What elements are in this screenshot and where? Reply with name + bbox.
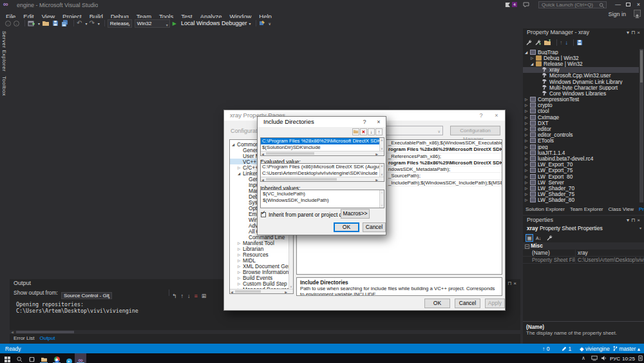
new-project-icon[interactable]: [28, 20, 35, 27]
property-manager-tree-item[interactable]: ▷LW_Shader_75: [523, 191, 639, 197]
property-manager-tree-item[interactable]: ▷ETools: [523, 138, 639, 144]
quick-launch-input[interactable]: Quick Launch (Ctrl+Q): [538, 1, 607, 8]
inc-close-icon[interactable]: ×: [373, 117, 384, 127]
tree-expander-icon[interactable]: ▷: [525, 162, 530, 166]
tree-expander-icon[interactable]: ▷: [238, 166, 243, 170]
bottom-tab-class-view[interactable]: Class View: [609, 206, 634, 212]
directory-list-item[interactable]: C:\Program Files %28x86%29\Microsoft Dir…: [261, 138, 379, 144]
property-manager-tree-item[interactable]: ▷Debug | Win32: [523, 55, 639, 61]
tree-expander-icon[interactable]: ◢: [525, 50, 530, 54]
move-line-down-icon[interactable]: ↓: [368, 128, 375, 135]
list-vscrollbar[interactable]: ∧∨: [379, 138, 384, 151]
tree-expander-icon[interactable]: ▷: [525, 192, 530, 196]
user-avatar-icon[interactable]: [634, 10, 641, 17]
add-new-property-sheet-icon[interactable]: [535, 39, 541, 46]
jump-to-message-icon[interactable]: ↰: [172, 293, 177, 299]
tree-expander-icon[interactable]: ◢: [238, 172, 243, 175]
property-manager-tree-item[interactable]: ▷LW_Shader_80: [523, 197, 639, 203]
tree-expander-icon[interactable]: ▷: [238, 241, 243, 245]
inherited-values-box[interactable]: $(VC_IncludePath)$(WindowsSDK_IncludePat…: [260, 190, 384, 208]
bottom-tab-output[interactable]: Output: [39, 335, 55, 341]
property-manager-tree-item[interactable]: ▷luabind.beta7-devel.rc4: [523, 155, 639, 161]
property-manager-tree-item[interactable]: Windows Dynamic Link Library: [523, 79, 639, 84]
property-manager-tree-item[interactable]: ▷luaJIT.1.1.4: [523, 150, 639, 155]
output-horizontal-scrollbar[interactable]: ◀: [10, 330, 520, 334]
visual-studio-taskbar-icon[interactable]: ∞: [75, 353, 86, 363]
property-manager-tree-item[interactable]: xray: [523, 67, 639, 73]
categorized-view-icon[interactable]: ▦: [526, 234, 533, 242]
property-manager-tree-item[interactable]: ◢Release | Win32: [523, 61, 639, 66]
git-edits[interactable]: 1: [562, 346, 571, 352]
properties-category-row[interactable]: − Misc: [523, 242, 644, 250]
telegram-icon[interactable]: ▸: [63, 353, 75, 363]
tree-expander-icon[interactable]: ▷: [525, 157, 530, 161]
git-repository[interactable]: ◆ viviengine: [580, 346, 610, 352]
properties-wrench-icon[interactable]: [526, 39, 532, 46]
property-row-sheet-file[interactable]: Property Sheet File C:\Users\Artem\Deskt…: [523, 257, 644, 264]
inc-cancel-button[interactable]: Cancel: [363, 222, 386, 232]
move-line-up-icon[interactable]: ↑: [375, 128, 383, 135]
sign-in-link[interactable]: Sign in: [608, 11, 626, 17]
feedback-icon[interactable]: [523, 2, 529, 8]
restore-button[interactable]: [624, 0, 632, 9]
tree-expander-icon[interactable]: ▷: [525, 145, 530, 149]
tree-expander-icon[interactable]: ▷: [525, 127, 530, 131]
property-manager-tree-item[interactable]: ▷crypto: [523, 103, 639, 108]
pp-cancel-button[interactable]: Cancel: [455, 299, 480, 308]
previous-message-icon[interactable]: ↑: [181, 293, 184, 299]
server-explorer-tab[interactable]: Server Explorer: [1, 31, 7, 72]
property-manager-tree-item[interactable]: ▷ctool: [523, 108, 639, 114]
bottom-tab-solution-explorer[interactable]: Solution Explorer: [526, 206, 565, 212]
pp-ok-button[interactable]: OK: [424, 299, 450, 308]
save-icon[interactable]: [52, 20, 59, 26]
redo-dropdown-icon[interactable]: ▾: [98, 21, 100, 26]
property-manager-tree-item[interactable]: Microsoft.Cpp.Win32.user: [523, 73, 639, 79]
toggle-word-wrap-icon[interactable]: ⊞: [202, 293, 207, 299]
start-button[interactable]: [1, 353, 13, 363]
bottom-tab-error-list[interactable]: Error List: [14, 335, 34, 341]
tree-expander-icon[interactable]: ▷: [238, 247, 243, 251]
property-manager-title[interactable]: Property Manager - xray ▾⊓×: [523, 28, 644, 37]
evaluated-value-box[interactable]: C:\Program Files (x86)\Microsoft DirectX…: [260, 163, 384, 182]
debugger-label[interactable]: Local Windows Debugger: [181, 20, 247, 26]
redo-icon[interactable]: ↷: [89, 20, 94, 26]
property-manager-tree-item[interactable]: ▷LW_Server: [523, 179, 639, 185]
property-manager-tree-item[interactable]: ▷CxImage: [523, 114, 639, 120]
undo-dropdown-icon[interactable]: ▾: [85, 21, 87, 26]
notifications-flag-icon[interactable]: [505, 2, 511, 8]
network-icon[interactable]: [591, 355, 598, 361]
property-pages-wrench-icon[interactable]: [546, 235, 553, 241]
list-hscrollbar[interactable]: ◀▶: [261, 151, 384, 155]
new-project-dropdown-icon[interactable]: ▾: [38, 21, 40, 26]
tree-expander-icon[interactable]: ▷: [525, 133, 530, 137]
tree-expander-icon[interactable]: ▷: [238, 282, 243, 286]
git-pushes[interactable]: ↑ 0: [542, 346, 549, 352]
minimize-button[interactable]: —: [614, 0, 622, 9]
directory-list-item[interactable]: $(SolutionDir)SDK\include: [261, 144, 379, 151]
pp-close-icon[interactable]: ×: [491, 110, 502, 121]
property-manager-tree-item[interactable]: ▷LW_Export_75: [523, 168, 639, 173]
pp-help-icon[interactable]: ?: [475, 110, 487, 121]
property-manager-tree-item[interactable]: ▷editor_controls: [523, 132, 639, 138]
property-manager-tree-item[interactable]: ◢BugTrap: [523, 49, 639, 55]
volume-icon[interactable]: [601, 355, 607, 361]
pm-scrollbar[interactable]: [639, 49, 643, 202]
next-message-icon[interactable]: ↓: [187, 293, 191, 299]
macros-button[interactable]: Macros>>: [341, 209, 370, 219]
tree-expander-icon[interactable]: ▷: [525, 175, 530, 179]
language-indicator[interactable]: РУС: [610, 356, 620, 362]
tree-expander-icon[interactable]: ▷: [238, 276, 243, 280]
git-branch[interactable]: master ▴: [613, 346, 640, 352]
tree-expander-icon[interactable]: ▷: [525, 186, 530, 190]
tree-expander-icon[interactable]: ▷: [531, 56, 536, 60]
tree-expander-icon[interactable]: ▷: [525, 103, 530, 107]
notification-center-icon[interactable]: [638, 355, 643, 361]
attach-to-process-icon[interactable]: [259, 20, 265, 26]
tree-expander-icon[interactable]: ▷: [525, 97, 530, 101]
move-down-icon[interactable]: ↓: [565, 39, 569, 46]
tree-expander-icon[interactable]: ▷: [238, 270, 243, 274]
chrome-icon[interactable]: [51, 353, 62, 363]
tree-expander-icon[interactable]: ▷: [238, 264, 243, 268]
properties-object-select[interactable]: xray Property Sheet Properties ▾: [523, 224, 644, 233]
props-pin-icon[interactable]: ⊓: [631, 217, 637, 223]
